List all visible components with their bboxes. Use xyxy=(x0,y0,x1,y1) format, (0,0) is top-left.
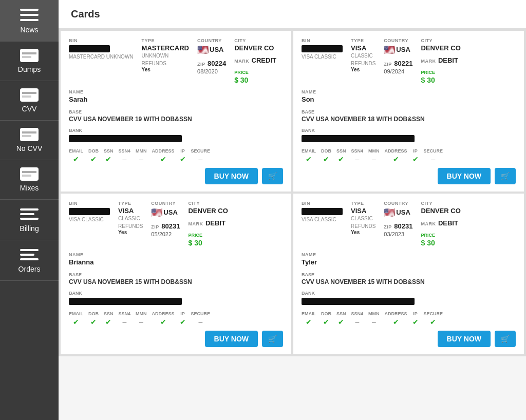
attr-label-mmn: MMN xyxy=(368,148,380,154)
base-value: CVV USA NOVEMBER 15 WITH DOB&SSN xyxy=(302,278,516,285)
bin-value xyxy=(69,208,110,215)
sidebar-item-orders[interactable]: Orders xyxy=(0,240,59,281)
bin-value xyxy=(302,208,343,215)
price-label: PRICE xyxy=(421,233,435,238)
country-row: 🇺🇸 USA xyxy=(197,44,226,55)
mark-group: MARK CREDIT xyxy=(234,55,276,65)
actions-row: BUY NOW 🛒 xyxy=(69,168,283,184)
attr-col-secure: SECURE ✔ xyxy=(424,311,443,327)
bank-value xyxy=(69,135,182,142)
attr-val-ssn4: – xyxy=(122,317,126,327)
sidebar-item-news[interactable]: News xyxy=(0,0,59,42)
city-label: CITY xyxy=(234,38,276,43)
attr-val-secure: ✔ xyxy=(430,317,436,327)
price-value: $ 30 xyxy=(421,239,460,247)
country-value: USA xyxy=(396,46,410,54)
bank-value xyxy=(69,298,182,305)
buy-now-button[interactable]: BUY NOW xyxy=(205,168,258,184)
base-value: CVV USA NOVEMBER 19 WITH DOB&SSN xyxy=(69,116,283,123)
attr-label-email: EMAIL xyxy=(69,311,83,316)
attr-val-secure: – xyxy=(431,155,435,164)
attr-label-ip: IP xyxy=(413,311,418,316)
sidebar-item-nocvv[interactable]: No CVV xyxy=(0,121,59,160)
type-field: TYPE VISA CLASSIC REFUNDS Yes xyxy=(351,38,375,72)
refunds-label: REFUNDS xyxy=(351,61,375,66)
card-0: BIN MASTERCARD UNKNOWN TYPE MASTERCARD U… xyxy=(61,31,291,192)
card-top-row: BIN VISA CLASSIC TYPE VISA CLASSIC REFUN… xyxy=(302,201,516,247)
add-to-cart-button[interactable]: 🛒 xyxy=(495,331,516,347)
attr-label-address: ADDRESS xyxy=(152,148,175,154)
attr-val-ssn4: – xyxy=(355,155,359,164)
attr-val-dob: ✔ xyxy=(323,155,329,164)
attr-label-secure: SECURE xyxy=(424,311,443,316)
name-row: NAME Sarah xyxy=(69,86,283,104)
name-label: NAME xyxy=(69,252,84,257)
bin-value xyxy=(69,45,110,52)
country-field: COUNTRY 🇺🇸 USA ZIP 80221 09/2024 xyxy=(384,38,412,74)
base-section: BASE CVV USA NOVEMBER 18 WITH DOB&SSN xyxy=(302,106,516,123)
attr-label-ssn: SSN xyxy=(104,311,114,316)
bank-section: BANK xyxy=(302,288,516,308)
price-group: PRICE $ 30 xyxy=(188,230,228,247)
attrs-row: EMAIL ✔ DOB ✔ SSN ✔ SSN4 – MMN – ADDRESS… xyxy=(302,148,516,164)
country-flag: 🇺🇸 xyxy=(151,207,162,218)
bank-label: BANK xyxy=(302,128,315,133)
attr-val-ssn: ✔ xyxy=(338,317,344,327)
attr-col-ssn: SSN ✔ xyxy=(104,311,114,327)
attrs-row: EMAIL ✔ DOB ✔ SSN ✔ SSN4 – MMN – ADDRESS… xyxy=(69,148,283,164)
buy-now-button[interactable]: BUY NOW xyxy=(205,331,258,347)
country-label: COUNTRY xyxy=(151,201,180,206)
type-value: VISA xyxy=(351,207,375,215)
zip-group: ZIP 80224 08/2020 xyxy=(197,59,226,74)
city-label: CITY xyxy=(421,201,460,206)
city-field: CITY DENVER CO MARK DEBIT PRICE $ 30 xyxy=(421,201,460,247)
attr-col-email: EMAIL ✔ xyxy=(302,148,316,164)
base-section: BASE CVV USA NOVEMBER 15 WITH DOB&SSN xyxy=(302,269,516,285)
type-label: TYPE xyxy=(142,38,189,43)
bank-section: BANK xyxy=(69,125,283,145)
add-to-cart-button[interactable]: 🛒 xyxy=(262,331,283,347)
mark-label: MARK xyxy=(234,59,249,64)
name-label: NAME xyxy=(302,252,316,257)
zip-label: ZIP xyxy=(197,62,205,67)
add-to-cart-button[interactable]: 🛒 xyxy=(495,168,516,184)
base-label: BASE xyxy=(302,109,314,114)
city-label: CITY xyxy=(188,201,228,206)
attr-col-dob: DOB ✔ xyxy=(321,148,331,164)
sidebar-item-cvv[interactable]: CVV xyxy=(0,81,59,121)
buy-now-button[interactable]: BUY NOW xyxy=(438,331,491,347)
country-value: USA xyxy=(163,208,177,217)
actions-row: BUY NOW 🛒 xyxy=(302,168,516,184)
buy-now-button[interactable]: BUY NOW xyxy=(438,168,491,184)
attr-val-address: ✔ xyxy=(160,155,166,164)
price-group: PRICE $ 30 xyxy=(421,230,460,247)
bank-label: BANK xyxy=(302,291,315,296)
attr-label-secure: SECURE xyxy=(191,311,211,316)
base-section: BASE CVV USA NOVEMBER 19 WITH DOB&SSN xyxy=(69,106,283,123)
sidebar-item-mixes[interactable]: Mixes xyxy=(0,160,59,200)
bank-label: BANK xyxy=(69,291,82,296)
country-field: COUNTRY 🇺🇸 USA ZIP 80231 03/2023 xyxy=(384,201,412,237)
add-to-cart-button[interactable]: 🛒 xyxy=(262,168,283,184)
attr-label-ssn4: SSN4 xyxy=(119,311,131,316)
country-row: 🇺🇸 USA xyxy=(384,44,412,55)
country-row: 🇺🇸 USA xyxy=(384,207,412,218)
city-field: CITY DENVER CO MARK DEBIT PRICE $ 30 xyxy=(188,201,228,247)
sidebar-label-orders: Orders xyxy=(18,265,41,273)
attr-label-address: ADDRESS xyxy=(152,311,175,316)
actions-row: BUY NOW 🛒 xyxy=(302,331,516,347)
sidebar-item-billing[interactable]: Billing xyxy=(0,200,59,240)
country-label: COUNTRY xyxy=(197,38,226,43)
mark-group: MARK DEBIT xyxy=(421,218,460,227)
bin-sub: VISA CLASSIC xyxy=(69,217,110,222)
attr-val-mmn: – xyxy=(372,317,376,327)
type-sub: CLASSIC xyxy=(351,216,375,221)
bank-value xyxy=(302,135,415,142)
attr-label-ip: IP xyxy=(180,311,185,316)
attr-label-dob: DOB xyxy=(321,311,331,316)
attr-col-dob: DOB ✔ xyxy=(88,311,99,327)
expiry: 08/2020 xyxy=(197,68,226,74)
attr-label-ssn: SSN xyxy=(104,148,114,154)
type-label: TYPE xyxy=(351,38,375,43)
sidebar-item-dumps[interactable]: Dumps xyxy=(0,42,59,81)
